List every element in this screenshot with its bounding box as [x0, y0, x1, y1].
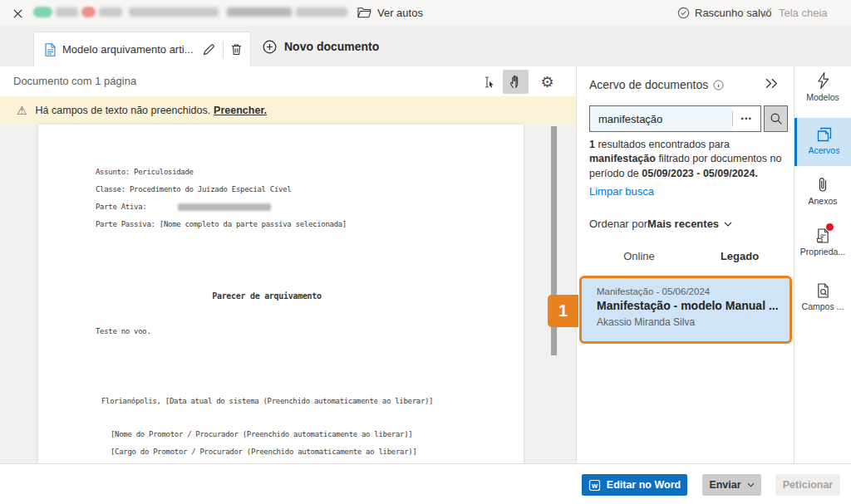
- tab-legado[interactable]: Legado: [690, 250, 790, 262]
- tab-online[interactable]: Online: [589, 250, 689, 262]
- rail-item-campos[interactable]: Campos ...: [794, 282, 851, 311]
- top-bar: Ver autos Rascunho salvo Tela cheia: [0, 0, 851, 25]
- redacted-text: [129, 7, 219, 17]
- info-icon[interactable]: [713, 80, 724, 91]
- collapse-panel-icon[interactable]: [765, 77, 779, 93]
- search-options-button[interactable]: •••: [733, 106, 760, 131]
- fields-search-icon: [816, 282, 830, 299]
- svg-text:w: w: [591, 482, 598, 490]
- sort-label: Ordenar por: [589, 218, 647, 230]
- close-icon[interactable]: [10, 6, 25, 21]
- preencher-link[interactable]: Preencher.: [214, 105, 267, 116]
- ver-autos-button[interactable]: Ver autos: [357, 3, 423, 22]
- rail-item-propriedades[interactable]: Proprieda...: [794, 228, 851, 257]
- draft-saved-status: Rascunho salvo: [677, 3, 772, 22]
- lightning-icon: [816, 71, 830, 90]
- right-rail: Modelos Acervos Anexos Proprieda...: [794, 66, 851, 463]
- doc-line-promotor-cargo: [Cargo do Promotor / Procurador (Preench…: [111, 447, 417, 457]
- acervo-panel: Acervo de documentos ••• 1 resultado: [577, 66, 794, 463]
- result-author: Akassio Miranda Silva: [597, 316, 781, 328]
- unfilled-fields-banner: ⚠ Há campos de texto não preenchidos. Pr…: [0, 96, 577, 125]
- rail-item-anexos[interactable]: Anexos: [794, 176, 851, 206]
- check-circle-icon: [677, 7, 690, 19]
- redacted-badge-red: [81, 7, 96, 17]
- select-tool-button[interactable]: [475, 70, 501, 94]
- paperclip-icon: [818, 176, 828, 193]
- rail-label: Anexos: [808, 196, 837, 206]
- doc-line-body: Teste no voo.: [96, 326, 151, 336]
- redacted-badge-green: [33, 7, 52, 17]
- search-results-summary: 1 resultados encontrados para manifestaç…: [589, 138, 791, 181]
- results-text: resultados encontrados para: [595, 139, 730, 150]
- plus-circle-icon: [263, 40, 277, 54]
- rail-label: Campos ...: [802, 301, 844, 311]
- edit-in-word-label: Editar no Word: [607, 479, 681, 491]
- search-button[interactable]: [764, 105, 788, 132]
- doc-line-parte-passiva: Parte Passiva: [Nome completo da parte p…: [96, 219, 347, 229]
- active-document-tab[interactable]: Modelo arquivamento arti...: [33, 32, 251, 66]
- doc-line-city-date: Florianópolis, [Data atual do sistema (P…: [101, 396, 433, 406]
- rail-label: Modelos: [806, 92, 839, 102]
- result-meta: Manifestação - 05/06/2024: [597, 286, 781, 296]
- peticionar-label: Peticionar: [783, 479, 833, 491]
- doc-line-classe: Classe: Procedimento do Juizado Especial…: [96, 184, 291, 194]
- fullscreen-label: Tela cheia: [779, 7, 828, 19]
- rail-label: Proprieda...: [800, 247, 845, 257]
- rail-item-modelos[interactable]: Modelos: [794, 71, 851, 102]
- document-viewport: Assunto: Periculosidade Classe: Procedim…: [0, 125, 577, 463]
- rail-label: Acervos: [809, 145, 840, 155]
- notification-dot: [826, 223, 834, 231]
- enviar-label: Enviar: [709, 479, 740, 491]
- search-term: manifestação: [589, 153, 656, 164]
- document-tab-strip: Modelo arquivamento arti... Novo documen…: [0, 25, 851, 66]
- chevron-down-icon: [724, 222, 732, 227]
- redacted-text: [227, 7, 292, 17]
- new-document-button[interactable]: Novo documento: [263, 36, 379, 57]
- document-icon: [45, 43, 56, 56]
- edit-in-word-button[interactable]: w Editar no Word: [582, 474, 687, 496]
- doc-heading: Parecer de arquivamento: [212, 291, 322, 301]
- panel-title-label: Acervo de documentos: [589, 78, 708, 91]
- action-bar: w Editar no Word Enviar Peticionar: [0, 463, 851, 504]
- collapse-icon: [761, 7, 772, 18]
- rename-icon[interactable]: [203, 43, 215, 56]
- doc-line-parte-ativa: Parte Ativa:: [96, 202, 146, 212]
- search-period: 05/09/2023 - 05/09/2024.: [642, 168, 758, 179]
- redacted-text: [178, 203, 271, 211]
- redacted-text: [296, 7, 347, 17]
- panel-title: Acervo de documentos: [589, 78, 724, 91]
- rail-item-acervos[interactable]: Acervos: [794, 118, 851, 166]
- collections-icon: [816, 126, 833, 143]
- sort-value: Mais recentes: [647, 218, 719, 230]
- doc-line-assunto: Assunto: Periculosidade: [96, 167, 194, 177]
- peticionar-button-disabled: Peticionar: [775, 474, 840, 496]
- search-result-card[interactable]: Manifestação - 05/06/2024 Manifestação -…: [579, 276, 792, 344]
- app-window: Ver autos Rascunho salvo Tela cheia Mode…: [0, 0, 851, 504]
- settings-button[interactable]: ⚙: [534, 70, 560, 94]
- draft-saved-label: Rascunho salvo: [695, 7, 772, 19]
- properties-icon: [816, 228, 830, 244]
- text-select-icon: [482, 76, 495, 89]
- warning-message: Há campos de texto não preenchidos.: [36, 105, 211, 116]
- ver-autos-label: Ver autos: [377, 7, 423, 19]
- ellipsis-icon: •••: [741, 115, 753, 123]
- hand-icon: [509, 75, 522, 89]
- document-search: •••: [589, 105, 788, 132]
- enviar-button[interactable]: Enviar: [702, 474, 761, 496]
- search-icon: [770, 112, 783, 125]
- redacted-text: [99, 7, 122, 17]
- fullscreen-toggle[interactable]: Tela cheia: [761, 3, 828, 22]
- search-box: •••: [589, 105, 761, 132]
- clear-search-link[interactable]: Limpar busca: [589, 185, 654, 198]
- search-input[interactable]: [590, 106, 732, 131]
- result-title: Manifestação - modelo Manual ...: [597, 299, 781, 312]
- word-icon: w: [588, 479, 601, 492]
- divider: [223, 42, 224, 58]
- sort-dropdown[interactable]: Ordenar por Mais recentes: [589, 218, 732, 230]
- trash-icon[interactable]: [231, 43, 242, 56]
- page-count-label: Documento com 1 página: [13, 75, 136, 87]
- hand-tool-button[interactable]: [503, 70, 529, 94]
- annotation-badge: 1: [548, 295, 578, 327]
- tab-title: Modelo arquivamento arti...: [62, 43, 196, 56]
- result-count: 1: [589, 139, 595, 150]
